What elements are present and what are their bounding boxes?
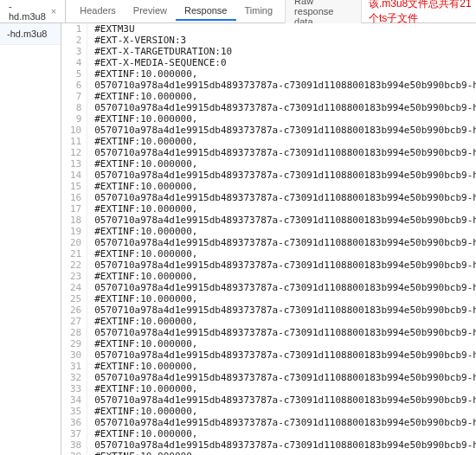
line-number: 14	[61, 170, 87, 181]
line-content: 0570710a978a4d1e9915db489373787a-c73091d…	[87, 260, 476, 271]
tab-response[interactable]: Response	[176, 2, 236, 21]
tab-timing[interactable]: Timing	[236, 2, 282, 21]
code-line: 27#EXTINF:10.000000,	[61, 316, 476, 327]
code-line: 260570710a978a4d1e9915db489373787a-c7309…	[61, 304, 476, 316]
file-tab[interactable]: -hd.m3u8 ×	[0, 0, 66, 22]
code-line: 280570710a978a4d1e9915db489373787a-c7309…	[61, 327, 476, 338]
line-content: 0570710a978a4d1e9915db489373787a-c73091d…	[87, 372, 476, 383]
code-line: 300570710a978a4d1e9915db489373787a-c7309…	[61, 349, 476, 361]
line-content: #EXTINF:10.000000,	[87, 113, 476, 125]
line-content: 0570710a978a4d1e9915db489373787a-c73091d…	[87, 237, 476, 248]
line-number: 15	[61, 181, 87, 192]
line-number: 13	[61, 158, 87, 170]
code-line: 320570710a978a4d1e9915db489373787a-c7309…	[61, 372, 476, 383]
code-line: 29#EXTINF:10.000000,	[61, 338, 476, 349]
line-content: #EXTM3U	[87, 23, 476, 35]
code-line: 60570710a978a4d1e9915db489373787a-c73091…	[61, 80, 476, 91]
code-line: 37#EXTINF:10.000000,	[61, 428, 476, 439]
line-number: 16	[61, 192, 87, 203]
line-number: 26	[61, 304, 87, 316]
panel-tabs: Headers Preview Response Timing	[71, 2, 281, 21]
line-content: 0570710a978a4d1e9915db489373787a-c73091d…	[87, 304, 476, 316]
line-content: #EXTINF:10.000000,	[87, 451, 476, 455]
line-content: #EXT-X-MEDIA-SEQUENCE:0	[87, 57, 476, 68]
toolbar: -hd.m3u8 × Headers Preview Response Timi…	[0, 0, 476, 23]
line-content: #EXT-X-VERSION:3	[87, 35, 476, 46]
code-line: 160570710a978a4d1e9915db489373787a-c7309…	[61, 192, 476, 203]
line-content: 0570710a978a4d1e9915db489373787a-c73091d…	[87, 125, 476, 136]
line-content: 0570710a978a4d1e9915db489373787a-c73091d…	[87, 215, 476, 226]
close-icon[interactable]: ×	[51, 6, 56, 16]
line-content: #EXTINF:10.000000,	[87, 226, 476, 237]
line-number: 2	[61, 35, 87, 46]
line-content: #EXTINF:10.000000,	[87, 293, 476, 304]
line-content: 0570710a978a4d1e9915db489373787a-c73091d…	[87, 192, 476, 203]
line-content: #EXTINF:10.000000,	[87, 428, 476, 439]
code-line: 39#EXTINF:10.000000,	[61, 451, 476, 455]
line-number: 9	[61, 113, 87, 125]
line-content: #EXTINF:10.000000,	[87, 91, 476, 102]
code-line: 240570710a978a4d1e9915db489373787a-c7309…	[61, 282, 476, 293]
line-number: 19	[61, 226, 87, 237]
code-line: 33#EXTINF:10.000000,	[61, 383, 476, 394]
tab-preview[interactable]: Preview	[125, 2, 176, 21]
line-number: 10	[61, 125, 87, 136]
file-tab-label: -hd.m3u8	[9, 1, 46, 22]
line-number: 36	[61, 417, 87, 428]
line-content: #EXTINF:10.000000,	[87, 406, 476, 417]
tab-headers[interactable]: Headers	[71, 2, 125, 21]
code-line: 13#EXTINF:10.000000,	[61, 158, 476, 170]
code-line: 360570710a978a4d1e9915db489373787a-c7309…	[61, 417, 476, 428]
line-content: #EXTINF:10.000000,	[87, 158, 476, 170]
line-number: 38	[61, 439, 87, 451]
line-content: #EXTINF:10.000000,	[87, 248, 476, 260]
code-line: 21#EXTINF:10.000000,	[61, 248, 476, 260]
request-row[interactable]: -hd.m3u8	[0, 23, 61, 45]
line-number: 35	[61, 406, 87, 417]
line-number: 32	[61, 372, 87, 383]
code-line: 120570710a978a4d1e9915db489373787a-c7309…	[61, 147, 476, 158]
line-number: 34	[61, 394, 87, 406]
line-number: 28	[61, 327, 87, 338]
line-number: 24	[61, 282, 87, 293]
request-list: -hd.m3u8	[0, 23, 61, 455]
line-number: 25	[61, 293, 87, 304]
line-content: 0570710a978a4d1e9915db489373787a-c73091d…	[87, 170, 476, 181]
line-number: 23	[61, 271, 87, 282]
code-line: 340570710a978a4d1e9915db489373787a-c7309…	[61, 394, 476, 406]
line-content: 0570710a978a4d1e9915db489373787a-c73091d…	[87, 102, 476, 113]
line-content: #EXTINF:10.000000,	[87, 271, 476, 282]
line-content: 0570710a978a4d1e9915db489373787a-c73091d…	[87, 147, 476, 158]
line-content: #EXTINF:10.000000,	[87, 68, 476, 80]
line-number: 22	[61, 260, 87, 271]
code-line: 2#EXT-X-VERSION:3	[61, 35, 476, 46]
line-number: 7	[61, 91, 87, 102]
line-number: 27	[61, 316, 87, 327]
code-line: 31#EXTINF:10.000000,	[61, 361, 476, 372]
code-line: 1#EXTM3U	[61, 23, 476, 35]
line-content: 0570710a978a4d1e9915db489373787a-c73091d…	[87, 80, 476, 91]
code-line: 3#EXT-X-TARGETDURATION:10	[61, 46, 476, 57]
line-content: 0570710a978a4d1e9915db489373787a-c73091d…	[87, 282, 476, 293]
line-content: 0570710a978a4d1e9915db489373787a-c73091d…	[87, 394, 476, 406]
line-number: 12	[61, 147, 87, 158]
code-line: 7#EXTINF:10.000000,	[61, 91, 476, 102]
code-line: 15#EXTINF:10.000000,	[61, 181, 476, 192]
line-content: #EXTINF:10.000000,	[87, 361, 476, 372]
line-content: 0570710a978a4d1e9915db489373787a-c73091d…	[87, 327, 476, 338]
line-number: 37	[61, 428, 87, 439]
code-line: 220570710a978a4d1e9915db489373787a-c7309…	[61, 260, 476, 271]
line-number: 4	[61, 57, 87, 68]
line-number: 11	[61, 136, 87, 147]
response-body[interactable]: 1#EXTM3U2#EXT-X-VERSION:33#EXT-X-TARGETD…	[61, 23, 476, 455]
line-number: 1	[61, 23, 87, 35]
code-line: 180570710a978a4d1e9915db489373787a-c7309…	[61, 215, 476, 226]
line-number: 8	[61, 102, 87, 113]
annotation-text: 该.m3u8文件总共有21个ts子文件	[369, 0, 476, 26]
line-content: #EXTINF:10.000000,	[87, 316, 476, 327]
code-lines: 1#EXTM3U2#EXT-X-VERSION:33#EXT-X-TARGETD…	[61, 23, 476, 455]
line-number: 3	[61, 46, 87, 57]
code-line: 35#EXTINF:10.000000,	[61, 406, 476, 417]
line-content: #EXTINF:10.000000,	[87, 203, 476, 215]
code-line: 140570710a978a4d1e9915db489373787a-c7309…	[61, 170, 476, 181]
